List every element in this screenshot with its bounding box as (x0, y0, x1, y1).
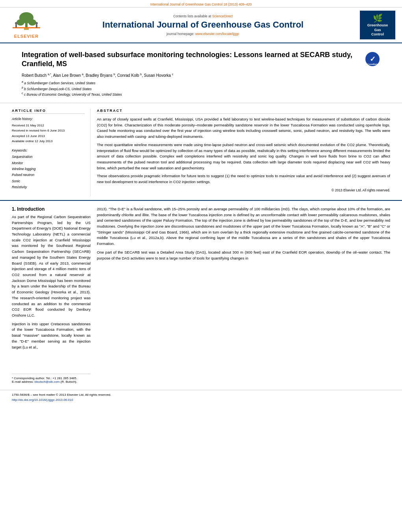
article-title: Integration of well-based subsurface mon… (22, 50, 361, 69)
citation-text: International Journal of Greenhouse Gas … (150, 2, 252, 6)
crossmark-icon: ✓ CrossMark (365, 51, 380, 67)
svg-point-7 (35, 22, 38, 24)
svg-rect-6 (15, 24, 17, 28)
elsevier-logo: ELSEVIER (11, 11, 42, 39)
issn-line: 1750-5836/$ – see front matter © 2013 El… (12, 393, 111, 398)
abstract-col: ABSTRACT An array of closely spaced well… (97, 109, 390, 196)
journal-homepage: journal homepage: www.elsevier.com/locat… (167, 32, 239, 36)
journal-title: International Journal of Greenhouse Gas … (102, 20, 304, 30)
email-footnote: E-mail address: bbutsch@slb.com (R. Buts… (12, 380, 91, 384)
abstract-heading: ABSTRACT (97, 109, 390, 114)
copyright: © 2013 Elsevier Ltd. All rights reserved… (97, 188, 390, 192)
article-info-abstract: ARTICLE INFO Article history: Received 3… (0, 103, 402, 196)
elsevier-logo-area: ELSEVIER (5, 11, 48, 39)
doi-line: http://dx.doi.org/10.1016/j.ijggc.2013.0… (12, 398, 111, 403)
footnote-area: * Corresponding author. Tel.: +1 281 285… (12, 374, 91, 384)
ggc-logo-box: 🌿 Greenhouse Gas Control (360, 11, 395, 39)
main-right-col: 2013). "The D-E" is a fluvial sandstone,… (97, 206, 390, 384)
section-title: 1. Introduction (12, 206, 91, 212)
intro-right-text: 2013). "The D-E" is a fluvial sandstone,… (97, 206, 390, 261)
leaf-icon: 🌿 (362, 13, 393, 23)
article-title-area: Integration of well-based subsurface mon… (22, 50, 380, 69)
svg-point-5 (15, 22, 17, 24)
elsevier-wordmark: ELSEVIER (14, 34, 39, 39)
article-info-heading: ARTICLE INFO (12, 109, 85, 114)
abstract-text: An array of closely spaced wells at Cran… (97, 117, 390, 185)
svg-point-4 (28, 19, 36, 26)
abstract-section: ABSTRACT An array of closely spaced well… (97, 109, 390, 192)
svg-point-3 (17, 19, 24, 26)
homepage-link[interactable]: www.elsevier.com/locate/ijggc (195, 32, 239, 36)
ggc-logo-area: 🌿 Greenhouse Gas Control (358, 11, 397, 39)
footer-info: 1750-5836/$ – see front matter © 2013 El… (12, 393, 111, 403)
authors-line: Robert Butsch a,*, Alan Lee Brown a, Bra… (22, 73, 380, 78)
sciencedirect-anchor[interactable]: ScienceDirect (212, 14, 233, 18)
svg-text:CrossMark: CrossMark (367, 63, 378, 65)
svg-rect-9 (24, 28, 29, 30)
doi-link[interactable]: http://dx.doi.org/10.1016/j.ijggc.2013.0… (12, 398, 73, 402)
article-history: Article history: Received 31 May 2012 Re… (12, 117, 85, 144)
sciencedirect-link: Contents lists available at ScienceDirec… (173, 14, 233, 18)
journal-header: ELSEVIER Contents lists available at Sci… (0, 7, 402, 43)
elsevier-tree-icon (11, 11, 42, 33)
article-header: Integration of well-based subsurface mon… (0, 43, 402, 97)
corresponding-author: * Corresponding author. Tel.: +1 281 285… (12, 376, 91, 380)
main-left-col: 1. Introduction As part of the Regional … (12, 206, 91, 384)
page-footer: 1750-5836/$ – see front matter © 2013 El… (0, 390, 402, 405)
article-info-col: ARTICLE INFO Article history: Received 3… (12, 109, 91, 196)
keywords-section: Keywords: Sequestration Monitor Wireline… (12, 148, 85, 190)
journal-citation: International Journal of Greenhouse Gas … (0, 0, 402, 7)
keywords-list: Sequestration Monitor Wireline logging P… (12, 154, 85, 190)
svg-text:✓: ✓ (370, 55, 376, 63)
main-content: 1. Introduction As part of the Regional … (0, 200, 402, 384)
author-email[interactable]: bbutsch@slb.com (35, 380, 60, 384)
affiliations: a a Schlumberger Carbon Services, United… (22, 80, 380, 97)
svg-rect-8 (36, 24, 37, 28)
intro-left-text: As part of the Regional Carbon Sequestra… (12, 214, 91, 350)
journal-title-area: Contents lists available at ScienceDirec… (52, 11, 354, 39)
article-dates: Received 31 May 2012 Received in revised… (12, 123, 85, 144)
